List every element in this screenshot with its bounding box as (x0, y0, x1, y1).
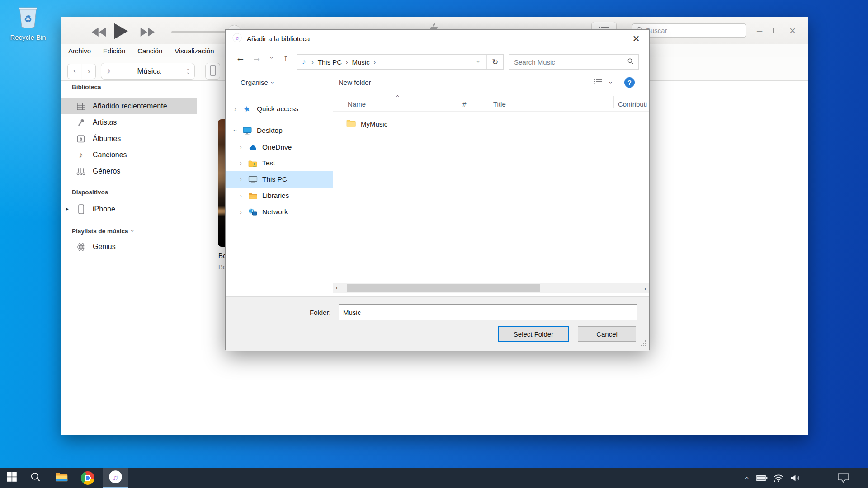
taskbar-itunes-button-active[interactable]: ♫ (103, 468, 128, 488)
music-note-icon: ♪ (107, 66, 111, 76)
rewind-button[interactable] (89, 26, 109, 38)
songs-icon: ♪ (76, 150, 86, 160)
fast-forward-button[interactable] (137, 26, 158, 38)
taskbar-file-explorer-button[interactable] (51, 468, 72, 488)
sidebar-item-genius[interactable]: Genius (61, 239, 197, 255)
tree-item-this-pc[interactable]: › This PC (226, 171, 333, 188)
file-row-mymusic[interactable]: MyMusic (333, 117, 649, 131)
maximize-button[interactable] (768, 17, 783, 44)
battery-icon[interactable] (754, 468, 769, 488)
expander-icon[interactable]: › (237, 208, 244, 216)
scrollbar-track[interactable] (341, 283, 641, 293)
menu-cancion[interactable]: Canción (137, 47, 162, 55)
menu-edicion[interactable]: Edición (103, 47, 125, 55)
volume-icon[interactable] (788, 468, 803, 488)
artists-icon (76, 118, 86, 127)
help-icon: ? (624, 77, 635, 88)
search-icon (627, 58, 634, 66)
refresh-button[interactable]: ↻ (487, 57, 503, 67)
tree-item-libraries[interactable]: › Libraries (226, 188, 333, 204)
column-header-contributing[interactable]: Contributi (618, 100, 647, 108)
column-divider[interactable] (486, 96, 486, 108)
recent-locations-dropdown[interactable]: › (266, 47, 277, 69)
breadcrumb-music[interactable]: Music (352, 58, 370, 66)
tree-item-onedrive[interactable]: › OneDrive (226, 139, 333, 155)
onedrive-icon (247, 144, 258, 150)
column-divider[interactable] (613, 96, 614, 108)
taskbar-search-button[interactable] (24, 468, 46, 488)
breadcrumb-this-pc[interactable]: This PC (318, 58, 342, 66)
cancel-button[interactable]: Cancel (578, 326, 636, 342)
dialog-search-input[interactable] (514, 58, 623, 66)
column-divider[interactable] (456, 96, 456, 108)
sidebar-item-albums[interactable]: Álbumes (61, 131, 197, 147)
itunes-forward-button[interactable]: › (82, 64, 96, 79)
device-button[interactable] (205, 63, 220, 80)
sidebar-item-iphone[interactable]: ▸ iPhone (61, 201, 197, 217)
folder-name-input[interactable] (339, 304, 637, 320)
desktop-icon-recycle-bin[interactable]: ♻ Recycle Bin (6, 5, 50, 41)
taskbar-chrome-button[interactable] (77, 468, 99, 488)
sidebar-item-recently-added[interactable]: Añadido recientemente (61, 98, 197, 114)
start-button[interactable] (1, 468, 23, 488)
recycle-symbol-icon: ♻ (24, 14, 33, 24)
sidebar-item-label: Géneros (93, 167, 120, 175)
column-header-number[interactable]: # (462, 100, 466, 108)
expander-open-icon[interactable]: › (232, 127, 239, 134)
address-bar[interactable]: ♪ › This PC › Music › › ↻ (297, 54, 504, 70)
expander-icon[interactable]: › (237, 176, 244, 183)
dialog-close-button[interactable]: × (628, 31, 644, 46)
resize-grip[interactable] (641, 340, 647, 349)
chevron-right-icon: › (88, 67, 90, 76)
dialog-toolbar: Organise › New folder › ? (226, 72, 649, 93)
sidebar-item-songs[interactable]: ♪ Canciones (61, 147, 197, 163)
media-kind-selector[interactable]: ♪ Música ›› (101, 63, 195, 80)
organise-button[interactable]: Organise › (241, 72, 274, 93)
scrollbar-thumb[interactable] (347, 284, 540, 292)
expander-icon[interactable]: › (232, 105, 239, 113)
itunes-search-input[interactable] (646, 27, 742, 34)
address-dropdown-button[interactable]: › (470, 59, 486, 65)
tree-item-network[interactable]: › Network (226, 204, 333, 220)
sidebar-item-genres[interactable]: Géneros (61, 163, 197, 179)
nav-forward-button[interactable]: → (250, 47, 264, 69)
dialog-search-box[interactable] (509, 54, 639, 70)
tree-item-test[interactable]: › Test (226, 155, 333, 171)
recycle-bin-icon: ♻ (16, 24, 40, 32)
expander-icon[interactable]: › (237, 192, 244, 199)
scroll-left-arrow[interactable]: › (333, 285, 341, 292)
volume-slider-track[interactable] (171, 31, 230, 33)
change-view-button[interactable] (590, 72, 605, 93)
nav-back-button[interactable]: ← (234, 47, 247, 69)
file-explorer-icon (55, 471, 68, 485)
show-hidden-icons-button[interactable]: › (740, 468, 752, 488)
view-dropdown-button[interactable]: › (606, 72, 615, 93)
help-button[interactable]: ? (624, 72, 635, 93)
menu-visualizacion[interactable]: Visualización (175, 47, 214, 55)
play-button[interactable] (113, 21, 129, 41)
albums-icon (76, 135, 86, 143)
action-center-icon[interactable] (835, 468, 852, 488)
minimize-button[interactable]: – (752, 17, 767, 44)
tree-item-desktop[interactable]: › Desktop (226, 122, 333, 139)
wifi-icon[interactable] (771, 468, 786, 488)
expander-icon[interactable]: › (237, 144, 244, 151)
itunes-close-button[interactable]: × (784, 17, 801, 44)
nav-up-button[interactable]: ↑ (279, 47, 292, 69)
devices-header: Dispositivos (61, 187, 197, 197)
playlists-header[interactable]: Playlists de música › (61, 226, 197, 236)
chrome-icon (81, 471, 94, 485)
horizontal-scrollbar[interactable]: › › (333, 283, 649, 293)
scroll-right-arrow[interactable]: › (641, 285, 649, 292)
select-folder-button[interactable]: Select Folder (498, 326, 569, 342)
sidebar-item-artists[interactable]: Artistas (61, 114, 197, 131)
iphone-icon (76, 204, 86, 214)
menu-archivo[interactable]: Archivo (68, 47, 91, 55)
column-header-name[interactable]: Name (348, 100, 366, 108)
expander-icon[interactable]: › (237, 160, 244, 167)
disclosure-triangle-icon[interactable]: ▸ (66, 206, 69, 212)
column-header-title[interactable]: Title (493, 100, 506, 108)
itunes-back-button[interactable]: › (67, 64, 81, 79)
tree-item-quick-access[interactable]: › ★ Quick access (226, 101, 333, 117)
new-folder-button[interactable]: New folder (339, 72, 371, 93)
